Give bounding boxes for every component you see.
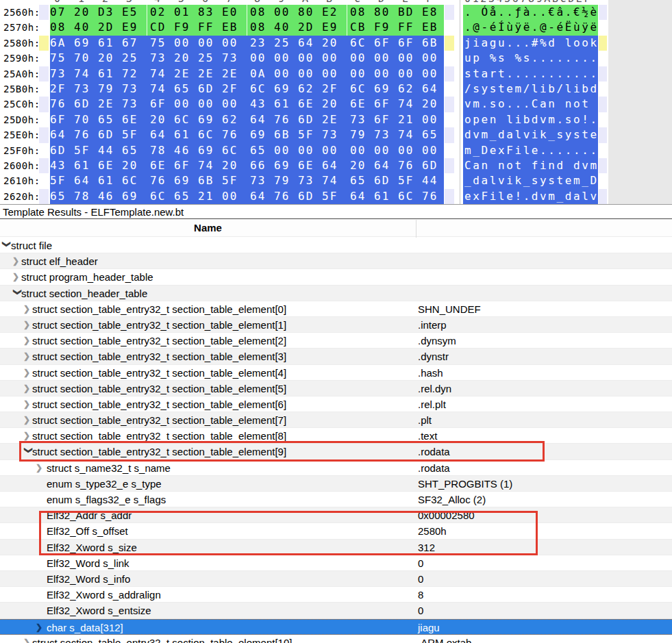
hex-byte[interactable]: 74: [150, 81, 174, 97]
expand-chevron-icon[interactable]: ❯: [23, 349, 33, 364]
hex-byte[interactable]: E9: [122, 20, 146, 35]
hex-byte[interactable]: 00: [298, 51, 322, 66]
hex-byte[interactable]: 2D: [298, 20, 322, 35]
hex-row[interactable]: 25C0h:766D2E736F00000043616E206E6F7420vm…: [0, 97, 672, 112]
hex-byte[interactable]: 20: [150, 112, 174, 127]
expand-chevron-icon[interactable]: ❯: [12, 253, 22, 269]
hex-byte[interactable]: 73: [350, 112, 374, 127]
hex-byte[interactable]: 20: [122, 158, 146, 173]
ascii-text[interactable]: exFile!.dvm_dalv: [464, 189, 599, 204]
hex-byte[interactable]: 65: [122, 143, 146, 158]
hex-byte[interactable]: 6A: [50, 36, 74, 51]
hex-byte[interactable]: 6C: [398, 189, 422, 204]
hex-byte[interactable]: 6D: [98, 127, 122, 142]
hex-byte[interactable]: 74: [322, 173, 346, 188]
hex-byte[interactable]: 00: [322, 143, 346, 158]
hex-byte[interactable]: 00: [274, 51, 298, 66]
hex-byte[interactable]: 5F: [122, 127, 146, 142]
tree-row[interactable]: Elf32_Xword s_addralign8: [0, 587, 672, 603]
hex-byte[interactable]: 01: [174, 5, 198, 20]
hex-byte[interactable]: 74: [74, 66, 98, 81]
hex-byte[interactable]: 5F: [222, 173, 246, 188]
expand-chevron-icon[interactable]: ❯: [23, 412, 33, 428]
tree-row[interactable]: ❯struct section_header_table: [0, 286, 672, 301]
hex-byte[interactable]: 08: [350, 5, 374, 20]
hex-byte[interactable]: 6C: [350, 36, 374, 51]
hex-row[interactable]: 25F0h:6D5F44657846696C6500000000000000m_…: [0, 143, 672, 158]
hex-byte[interactable]: 73: [298, 173, 322, 188]
expand-chevron-icon[interactable]: ❯: [23, 635, 33, 643]
hex-byte[interactable]: EB: [222, 20, 246, 35]
hex-byte[interactable]: 6F: [150, 97, 174, 112]
hex-byte[interactable]: 00: [322, 51, 346, 66]
hex-byte[interactable]: 5F: [298, 127, 322, 142]
hex-bytes[interactable]: 43616E206E6F742066696E642064766D: [50, 158, 444, 173]
results-grid-header[interactable]: Name: [0, 219, 672, 237]
hex-byte[interactable]: 00: [298, 66, 322, 81]
hex-byte[interactable]: 00: [398, 66, 422, 81]
hex-byte[interactable]: 6E: [150, 158, 174, 173]
hex-byte[interactable]: 75: [150, 36, 174, 51]
hex-byte[interactable]: 69: [274, 158, 298, 173]
hex-byte[interactable]: 76: [74, 127, 98, 142]
hex-byte[interactable]: 6F: [50, 112, 74, 127]
hex-bytes[interactable]: 0720D3E5020183E0080080E20880BDE8: [50, 5, 444, 20]
hex-byte[interactable]: 21: [398, 112, 422, 127]
hex-byte[interactable]: 5F: [398, 173, 422, 188]
ascii-text[interactable]: up %s %s........: [464, 51, 599, 66]
tree-row[interactable]: ❯struct s_name32_t s_name.rodata: [0, 460, 672, 476]
hex-byte[interactable]: 67: [122, 36, 146, 51]
tree-row[interactable]: enum s_type32_e s_typeSHT_PROGBITS (1): [0, 476, 672, 492]
hex-bytes[interactable]: 2F73797374656D2F6C69622F6C696264: [50, 81, 444, 97]
hex-byte[interactable]: 64: [74, 173, 98, 188]
hex-byte[interactable]: 64: [50, 127, 74, 142]
hex-byte[interactable]: 61: [174, 127, 198, 142]
hex-row[interactable]: 2600h:43616E206E6F742066696E642064766DCa…: [0, 158, 672, 173]
hex-byte[interactable]: 5F: [322, 189, 346, 204]
hex-byte[interactable]: 2E: [198, 66, 222, 81]
hex-byte[interactable]: 00: [274, 143, 298, 158]
hex-byte[interactable]: 64: [150, 127, 174, 142]
hex-byte[interactable]: 6C: [222, 143, 246, 158]
expand-chevron-icon[interactable]: ❯: [12, 269, 22, 285]
hex-byte[interactable]: 6C: [122, 173, 146, 188]
tree-row[interactable]: Elf32_Off s_offset2580h: [0, 523, 672, 539]
hex-byte[interactable]: 75: [50, 51, 74, 66]
hex-byte[interactable]: 73: [74, 81, 98, 97]
hex-byte[interactable]: 79: [98, 81, 122, 97]
hex-byte[interactable]: 6F: [174, 158, 198, 173]
hex-row[interactable]: 2560h:0720D3E5020183E0080080E20880BDE8. …: [0, 5, 672, 20]
hex-byte[interactable]: 69: [374, 81, 398, 97]
expand-chevron-icon[interactable]: ❯: [23, 317, 33, 333]
hex-byte[interactable]: 69: [250, 127, 274, 142]
hex-byte[interactable]: 46: [174, 143, 198, 158]
hex-byte[interactable]: E5: [122, 5, 146, 20]
tree-row[interactable]: Elf32_Addr s_addr0x00002580: [0, 507, 672, 523]
hex-byte[interactable]: 40: [74, 20, 98, 35]
hex-byte[interactable]: 6E: [98, 158, 122, 173]
hex-byte[interactable]: 2E: [222, 66, 246, 81]
hex-byte[interactable]: 65: [350, 173, 374, 188]
hex-byte[interactable]: 69: [174, 173, 198, 188]
hex-byte[interactable]: 43: [50, 158, 74, 173]
hex-byte[interactable]: F9: [174, 20, 198, 35]
hex-byte[interactable]: 64: [250, 189, 274, 204]
hex-byte[interactable]: 2F: [50, 81, 74, 97]
hex-row[interactable]: 25E0h:64766D5F64616C76696B5F7379737465dv…: [0, 127, 672, 142]
hex-byte[interactable]: 69: [74, 36, 98, 51]
hex-editor-pane[interactable]: 0123456789ABCDEF0123456789ABCDEF 2560h:0…: [0, 0, 672, 204]
hex-byte[interactable]: 65: [174, 189, 198, 204]
hex-byte[interactable]: 6D: [198, 81, 222, 97]
hex-byte[interactable]: BD: [398, 5, 422, 20]
hex-byte[interactable]: 61: [374, 189, 398, 204]
hex-byte[interactable]: 69: [274, 81, 298, 97]
hex-byte[interactable]: 20: [322, 97, 346, 112]
hex-byte[interactable]: 46: [98, 189, 122, 204]
hex-byte[interactable]: 74: [398, 127, 422, 142]
hex-row[interactable]: 2580h:6A69616775000000232564206C6F6F6Bji…: [0, 36, 672, 51]
hex-byte[interactable]: 6E: [298, 158, 322, 173]
hex-byte[interactable]: 20: [98, 51, 122, 66]
hex-byte[interactable]: 00: [422, 112, 446, 127]
tree-row[interactable]: Elf32_Xword s_size312: [0, 540, 672, 555]
hex-byte[interactable]: 6E: [350, 97, 374, 112]
